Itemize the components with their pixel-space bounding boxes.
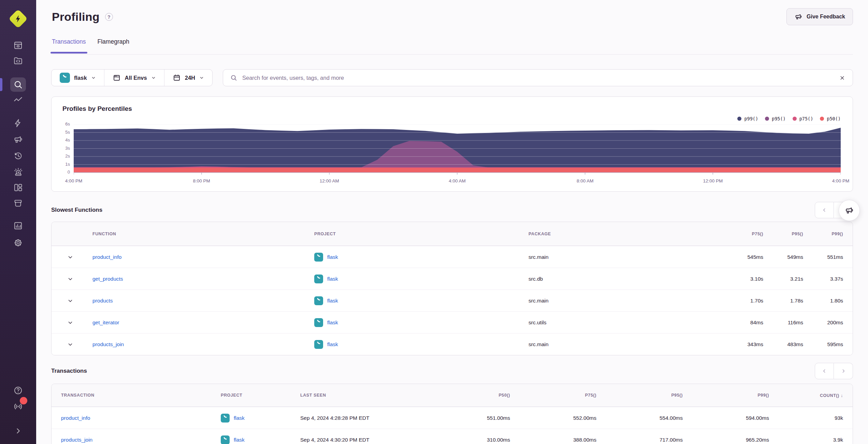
- project-link[interactable]: flask: [327, 276, 338, 282]
- y-axis-tick-label: 2s: [65, 153, 70, 159]
- legend-dot: [737, 117, 741, 121]
- transactions-heading: Transactions: [51, 368, 87, 374]
- function-link[interactable]: product_info: [92, 254, 121, 260]
- bar-chart-icon: [13, 221, 23, 231]
- page-filter-group: flask All Envs 24H: [51, 69, 213, 86]
- flask-project-icon: [221, 435, 230, 444]
- y-axis-tick-label: 4s: [65, 137, 70, 143]
- expand-row-button[interactable]: [52, 254, 89, 260]
- give-feedback-button[interactable]: Give Feedback: [786, 8, 853, 25]
- package-cell: src.main: [529, 298, 723, 304]
- environment-filter-value: All Envs: [125, 75, 147, 81]
- col-p95: P95(): [763, 232, 803, 236]
- table-header-row: FUNCTION PROJECT PACKAGE P75() P95() P99…: [52, 222, 853, 246]
- sidebar-item-insights[interactable]: [12, 117, 24, 129]
- transaction-link[interactable]: product_info: [61, 415, 90, 421]
- sidebar-item-explore[interactable]: [10, 77, 26, 92]
- legend-label: p50(): [827, 116, 841, 121]
- expand-row-button[interactable]: [52, 341, 89, 347]
- chevron-down-icon: [91, 75, 96, 80]
- profiles-by-percentiles-card: Profiles by Percentiles p99()p95()p75()p…: [51, 97, 853, 192]
- project-link[interactable]: flask: [234, 415, 245, 421]
- p95-cell: 1.78s: [763, 298, 803, 304]
- project-filter[interactable]: flask: [52, 70, 104, 86]
- function-link[interactable]: products_join: [92, 341, 124, 347]
- flask-project-icon: [314, 275, 323, 283]
- search-input[interactable]: [237, 75, 853, 81]
- legend-item-p75[interactable]: p75(): [793, 116, 813, 121]
- legend-item-p50[interactable]: p50(): [820, 116, 841, 121]
- function-link[interactable]: get_iterator: [92, 320, 119, 325]
- expand-row-button[interactable]: [52, 298, 89, 304]
- tab-transactions[interactable]: Transactions: [52, 38, 86, 53]
- legend-item-p99[interactable]: p99(): [737, 116, 758, 121]
- prev-page-button[interactable]: [815, 202, 834, 218]
- table-row: products_join flask Sep 4, 2024 4:30:20 …: [52, 429, 853, 444]
- percentiles-area-chart[interactable]: 4:00 PM8:00 PM12:00 AM4:00 AM8:00 AM12:0…: [74, 124, 841, 175]
- col-count-sort[interactable]: COUNT()↓: [769, 393, 843, 398]
- search-clear-button[interactable]: [838, 73, 847, 82]
- next-page-button[interactable]: [834, 363, 853, 379]
- dashboards-grid-icon: [13, 182, 23, 193]
- page-help-icon[interactable]: ?: [105, 13, 113, 21]
- sidebar-item-traces[interactable]: [12, 94, 24, 106]
- function-link[interactable]: products: [92, 298, 113, 304]
- expand-row-button[interactable]: [52, 276, 89, 282]
- chevron-down-icon: [151, 75, 156, 80]
- legend-item-p95[interactable]: p95(): [765, 116, 786, 121]
- sidebar-item-dashboards[interactable]: [12, 182, 24, 193]
- col-transaction: TRANSACTION: [61, 393, 221, 398]
- help-icon: [13, 385, 23, 396]
- p75-cell: 3.10s: [723, 276, 763, 282]
- sidebar-item-feedback[interactable]: [12, 134, 24, 145]
- legend-dot: [820, 117, 824, 121]
- sidebar-item-help[interactable]: [12, 385, 24, 396]
- table-row: get_iterator flask src.utils 84ms 116ms …: [52, 311, 853, 333]
- calendar-icon: [173, 74, 181, 82]
- project-link[interactable]: flask: [234, 437, 245, 443]
- project-link[interactable]: flask: [327, 254, 338, 260]
- sidebar-item-replays[interactable]: [12, 150, 24, 162]
- sentry-bolt-icon: [13, 14, 23, 24]
- sidebar-item-stats[interactable]: [12, 220, 24, 232]
- p75-cell: 84ms: [723, 320, 763, 326]
- x-axis-tick-label: 4:00 AM: [449, 178, 466, 183]
- environment-filter[interactable]: All Envs: [104, 70, 164, 86]
- sidebar-item-settings[interactable]: [12, 237, 24, 249]
- col-p99: P99(): [683, 393, 769, 398]
- search-bar: [223, 69, 853, 86]
- prev-page-button[interactable]: [815, 363, 834, 379]
- chevron-down-icon: [67, 298, 73, 304]
- transaction-link[interactable]: products_join: [61, 437, 92, 443]
- function-link[interactable]: get_products: [92, 276, 123, 282]
- tab-flamegraph[interactable]: Flamegraph: [98, 38, 129, 53]
- sidebar-item-projects[interactable]: [12, 55, 24, 66]
- sidebar-item-alerts[interactable]: [12, 166, 24, 178]
- table-row: product_info flask src.main 545ms 549ms …: [52, 246, 853, 268]
- chevron-right-icon: [841, 368, 846, 374]
- col-p99: P99(): [803, 232, 843, 236]
- sidebar-collapse-toggle[interactable]: [12, 425, 24, 436]
- floating-feedback-button[interactable]: [839, 200, 860, 221]
- p99-cell: 1.80s: [803, 298, 843, 304]
- org-logo[interactable]: [9, 9, 28, 29]
- date-range-filter[interactable]: 24H: [164, 70, 212, 86]
- sidebar-item-releases[interactable]: [12, 197, 24, 209]
- package-cell: src.utils: [529, 320, 723, 326]
- filter-bar: flask All Envs 24H: [51, 69, 853, 86]
- expand-row-button[interactable]: [52, 320, 89, 326]
- project-link[interactable]: flask: [327, 320, 338, 326]
- legend-label: p99(): [744, 116, 758, 121]
- p75-cell: 343ms: [723, 341, 763, 347]
- project-link[interactable]: flask: [327, 298, 338, 304]
- chevron-down-icon: [67, 320, 73, 326]
- p95-cell: 717.00ms: [596, 437, 683, 443]
- slowest-functions-heading: Slowest Functions: [51, 207, 102, 213]
- p95-cell: 554.00ms: [596, 415, 683, 421]
- col-function: FUNCTION: [89, 232, 314, 236]
- project-link[interactable]: flask: [327, 341, 338, 347]
- chart-legend: p99()p95()p75()p50(): [737, 116, 841, 121]
- main-content: Profiling ? Give Feedback Transactions F…: [36, 0, 868, 444]
- projects-icon: [13, 56, 23, 66]
- sidebar-item-issues[interactable]: [12, 40, 24, 51]
